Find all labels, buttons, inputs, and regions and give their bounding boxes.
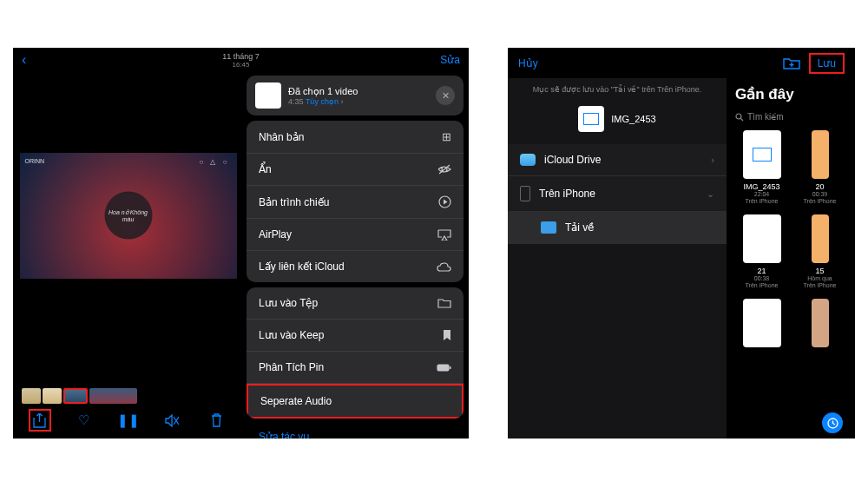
thumbnail-item[interactable] <box>43 388 62 404</box>
battery-icon <box>437 364 451 372</box>
selected-thumbnail <box>255 82 281 109</box>
bookmark-icon <box>443 329 451 341</box>
file-meta: 22:04Trên iPhone <box>746 191 779 206</box>
menu-separate-audio[interactable]: Seperate Audio <box>247 384 464 419</box>
file-card[interactable]: 20 00:39Trên iPhone <box>793 130 846 206</box>
share-header-text: Đã chọn 1 video 4:35 Tùy chọn › <box>288 86 429 106</box>
file-meta: 00:39Trên iPhone <box>804 191 837 206</box>
recent-title: Gần đây <box>735 85 846 103</box>
file-icon <box>812 130 829 179</box>
location-label: iCloud Drive <box>544 154 601 166</box>
play-icon <box>438 195 451 208</box>
recent-files-grid: IMG_2453 22:04Trên iPhone 20 00:39Trên i… <box>735 130 846 351</box>
share-header: Đã chọn 1 video 4:35 Tùy chọn › ✕ <box>247 76 464 115</box>
menu-label: Phân Tích Pin <box>259 361 324 373</box>
edit-actions-link[interactable]: Sửa tác vụ... <box>247 424 464 439</box>
top-bar: ‹ 11 tháng 7 16:45 Sửa <box>13 48 469 72</box>
topbar-right-group: Lưu <box>783 53 845 74</box>
file-icon <box>812 214 829 263</box>
audio-file-icon <box>743 130 781 179</box>
menu-save-files[interactable]: Lưu vào Tệp <box>247 287 464 320</box>
menu-airplay[interactable]: AirPlay <box>247 219 464 251</box>
pause-button[interactable]: ❚❚ <box>117 409 140 432</box>
files-right-column: Gần đây Tìm kiếm IMG_2453 22:04Trên iPho… <box>727 78 855 439</box>
iphone-icon <box>520 186 530 201</box>
favorite-button[interactable]: ♡ <box>73 409 95 432</box>
file-card[interactable]: 21 00:38Trên iPhone <box>735 214 788 290</box>
file-being-saved: IMG_2453 <box>508 101 727 144</box>
menu-group-2: Lưu vào Tệp Lưu vào Keep Phân Tích Pin S… <box>247 287 464 419</box>
svg-rect-1 <box>437 365 449 371</box>
save-location-hint: Mục sẽ được lưu vào "Tải về" trên Trên i… <box>508 78 727 101</box>
file-card[interactable]: IMG_2453 22:04Trên iPhone <box>735 130 788 206</box>
location-downloads[interactable]: Tải về <box>508 212 727 244</box>
thumbnail-item[interactable] <box>89 388 137 404</box>
menu-group-1: Nhân bản ⊞ Ẩn Bản trình chiếu AirPlay <box>247 121 464 282</box>
file-name-label: IMG_2453 <box>611 114 655 124</box>
menu-label: Lưu vào Keep <box>259 329 324 341</box>
edit-button[interactable]: Sửa <box>440 54 460 66</box>
new-folder-button[interactable] <box>783 56 800 69</box>
file-card[interactable] <box>735 299 788 351</box>
audio-file-icon <box>578 106 604 132</box>
time-label: 16:45 <box>222 61 260 69</box>
file-name: IMG_2453 <box>743 182 779 191</box>
back-button[interactable]: ‹ <box>22 52 26 68</box>
photos-share-screen: ‹ 11 tháng 7 16:45 Sửa ORINN ○ △ ○ Hoa n… <box>13 48 469 439</box>
delete-button[interactable] <box>206 409 228 432</box>
thumbnail-item[interactable] <box>22 388 41 404</box>
file-name: 21 <box>757 267 766 275</box>
file-icon <box>743 299 781 347</box>
menu-slideshow[interactable]: Bản trình chiếu <box>247 186 464 219</box>
close-button[interactable]: ✕ <box>436 86 455 105</box>
video-preview: ORINN ○ △ ○ Hoa nở Không màu <box>13 72 243 359</box>
file-card[interactable]: 15 Hôm quaTrên iPhone <box>793 214 846 290</box>
thumbnail-item-selected[interactable] <box>63 388 88 404</box>
menu-hide[interactable]: Ẩn <box>247 154 464 186</box>
menu-icloud-link[interactable]: Lấy liên kết iCloud <box>247 251 464 282</box>
share-sheet: Đã chọn 1 video 4:35 Tùy chọn › ✕ Nhân b… <box>247 76 464 439</box>
chevron-down-icon: ⌄ <box>707 188 714 200</box>
options-link[interactable]: Tùy chọn <box>306 97 339 106</box>
menu-save-keep[interactable]: Lưu vào Keep <box>247 320 464 352</box>
folder-icon <box>541 221 556 234</box>
menu-label: Lấy liên kết iCloud <box>259 260 345 273</box>
cloud-link-icon <box>437 262 451 272</box>
selected-meta: 4:35 Tùy chọn › <box>288 97 429 106</box>
file-icon <box>812 299 829 347</box>
menu-label: AirPlay <box>259 228 292 241</box>
duplicate-icon: ⊞ <box>442 130 451 143</box>
save-button[interactable]: Lưu <box>809 53 845 74</box>
video-title-logo: Hoa nở Không màu <box>104 192 152 240</box>
menu-label: Nhân bản <box>259 131 304 143</box>
cancel-button[interactable]: Hủy <box>518 57 538 69</box>
file-name: 20 <box>815 182 824 191</box>
files-save-screen: Hủy Lưu Mục sẽ được lưu vào "Tải về" trê… <box>508 48 855 439</box>
menu-duplicate[interactable]: Nhân bản ⊞ <box>247 121 464 154</box>
location-iphone[interactable]: Trên iPhone ⌄ <box>508 176 727 212</box>
video-overlay-dots: ○ △ ○ <box>199 158 229 166</box>
share-button[interactable] <box>29 409 51 432</box>
location-icloud[interactable]: iCloud Drive › <box>508 144 727 176</box>
file-name: 15 <box>815 267 824 275</box>
video-thumbnail[interactable]: ORINN ○ △ ○ Hoa nở Không màu <box>20 153 237 279</box>
thumbnail-strip <box>22 388 137 404</box>
hide-icon <box>437 164 451 175</box>
chevron-right-icon: › <box>711 155 714 165</box>
file-card[interactable] <box>793 299 846 351</box>
menu-battery-analyze[interactable]: Phân Tích Pin <box>247 352 464 384</box>
mute-button[interactable] <box>161 409 184 432</box>
selected-count-label: Đã chọn 1 video <box>288 86 429 97</box>
location-label: Trên iPhone <box>539 188 595 200</box>
location-label: Tải về <box>565 221 594 234</box>
recents-tab[interactable] <box>822 412 843 433</box>
menu-label: Seperate Audio <box>260 395 332 407</box>
search-placeholder: Tìm kiếm <box>747 112 784 122</box>
video-brand-label: ORINN <box>25 158 45 164</box>
search-field[interactable]: Tìm kiếm <box>735 109 846 130</box>
files-topbar: Hủy Lưu <box>508 48 855 78</box>
menu-label: Ẩn <box>259 163 272 175</box>
file-icon <box>743 214 781 263</box>
icloud-icon <box>520 154 536 166</box>
bottom-toolbar: ♡ ❚❚ <box>13 409 243 432</box>
